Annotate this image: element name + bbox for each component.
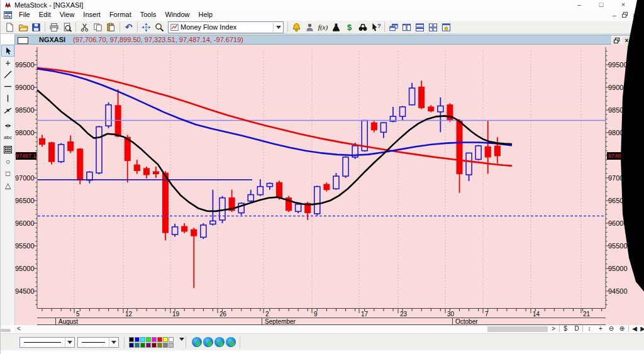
scrollbar-thumb[interactable] [487,326,548,332]
color-swatch[interactable] [129,337,134,342]
paste-button[interactable] [104,21,118,33]
rectangle-tool-button[interactable]: □ [1,167,14,179]
context-help-button[interactable]: ? [369,21,382,33]
color-swatch[interactable] [140,343,145,348]
chart-nav-button[interactable]: ↕ [585,325,594,333]
color-swatch[interactable] [163,337,168,342]
child-minimize-button[interactable]: – [609,11,619,19]
chevron-down-icon[interactable] [65,338,74,347]
menu-format[interactable]: Format [105,10,136,19]
chevron-down-icon[interactable] [273,23,283,32]
horizontal-line-tool-button[interactable] [1,80,14,92]
x-axis-day-label: 14 [533,311,540,318]
minimize-button[interactable]: – [574,1,584,9]
cascade-windows-button[interactable] [387,21,400,33]
chart-nav-button[interactable]: + [596,325,605,333]
alerts-button[interactable] [290,21,303,33]
color-swatch[interactable] [135,343,140,348]
crosshair-tool-button[interactable]: + [1,57,14,69]
copy-button[interactable] [91,21,104,33]
ellipse-tool-button[interactable]: ○ [1,155,14,167]
child-restore-button[interactable] [619,11,630,19]
chart-restore-button[interactable] [611,36,622,45]
zoom-button[interactable] [153,21,166,33]
color-swatch[interactable] [157,343,162,348]
cut-button[interactable] [78,21,91,33]
menu-edit[interactable]: Edit [35,10,55,19]
chart-window-title-bar[interactable]: NGXASI (97,706.70, 97,899.50, 97,323.51,… [14,35,635,45]
save-button[interactable] [30,21,43,33]
menu-help[interactable]: Help [194,10,218,19]
open-button[interactable] [16,21,30,33]
vertical-line-tool-button[interactable] [1,92,14,104]
color-swatch[interactable] [169,337,174,342]
chart-nav-button[interactable]: $ [561,325,570,333]
line-style-dropdown[interactable] [19,337,75,348]
tile-vertical-button[interactable] [400,21,413,33]
maximize-button[interactable]: □ [596,1,606,9]
color-swatch[interactable] [146,337,151,342]
color-swatch[interactable] [146,343,151,348]
edge-browser-icon[interactable] [192,337,202,347]
month-separator [262,318,262,325]
triangle-tool-button[interactable]: △ [1,179,14,191]
window-bottom-edge [1,350,644,354]
y-axis-label: 94500 [15,288,34,295]
scroll-right-button[interactable]: > [549,325,558,333]
menu-tools[interactable]: Tools [136,10,161,19]
expert-advisor-button[interactable] [303,21,316,33]
undo-button[interactable]: ↶ [122,21,135,33]
new-button[interactable] [3,21,16,33]
color-swatch[interactable] [152,337,157,342]
window-layout-button[interactable] [440,21,453,33]
menu-view[interactable]: View [55,10,79,19]
y-axis-label: 98500 [608,107,627,114]
chart-nav-button[interactable]: ⊕ [618,325,626,333]
system-tester-button[interactable]: $ [343,21,356,33]
chart-nav-button[interactable]: D [572,325,581,333]
color-swatch[interactable] [140,337,145,342]
menu-file[interactable]: File [14,10,35,19]
y-axis-label: 99500 [15,62,34,69]
print-button[interactable] [47,21,60,33]
delete-line-tool-button[interactable] [1,104,14,116]
edge-browser-icon[interactable] [203,337,213,347]
child-close-button[interactable]: × [630,11,640,19]
chevron-down-icon[interactable] [109,338,118,347]
symbol-grid-tool-button[interactable] [1,143,14,155]
color-swatch[interactable] [163,343,168,348]
window-title: MetaStock - [NGXASI] [14,1,83,9]
chart-close-button[interactable]: × [621,36,632,45]
menu-window[interactable]: Window [160,10,194,19]
tile-horizontal-button[interactable] [413,21,426,33]
chart-nav-button[interactable]: ⊖ [607,325,616,333]
line-weight-dropdown[interactable] [77,337,119,348]
search-binoculars-button[interactable] [356,21,369,33]
color-swatch[interactable] [129,343,134,348]
color-palette-more-button[interactable] [179,341,184,348]
indicator-dropdown[interactable]: Money Flow Index [168,21,284,33]
color-swatch[interactable] [169,343,174,348]
edge-browser-icon[interactable] [214,337,225,347]
scroll-compass-button[interactable] [140,21,153,33]
explorer-button[interactable] [330,21,343,33]
chart-nav-button[interactable]: ◀ [630,325,639,333]
chart-nav-button[interactable]: ▶ [638,325,644,333]
indicator-builder-button[interactable]: f(x) [316,21,330,33]
pointer-tool-button[interactable] [1,45,14,57]
color-swatch[interactable] [157,337,162,342]
price-chart[interactable] [34,47,609,308]
text-tool-button[interactable]: abc [1,131,14,143]
color-palette [129,337,175,348]
splitter-tool-button[interactable]: ◂|▸ [1,119,14,131]
color-swatch[interactable] [152,343,157,348]
scroll-left-button[interactable]: < [14,325,23,333]
print-preview-button[interactable] [60,21,74,33]
edge-browser-icon[interactable] [226,337,236,347]
metastock-window: MetaStock - [NGXASI] – □ × FileEditViewI… [0,0,644,354]
menu-insert[interactable]: Insert [79,10,105,19]
tile-grid-button[interactable] [426,21,440,33]
close-button[interactable]: × [618,1,628,9]
color-swatch[interactable] [135,337,140,342]
trendline-tool-button[interactable] [1,69,14,80]
